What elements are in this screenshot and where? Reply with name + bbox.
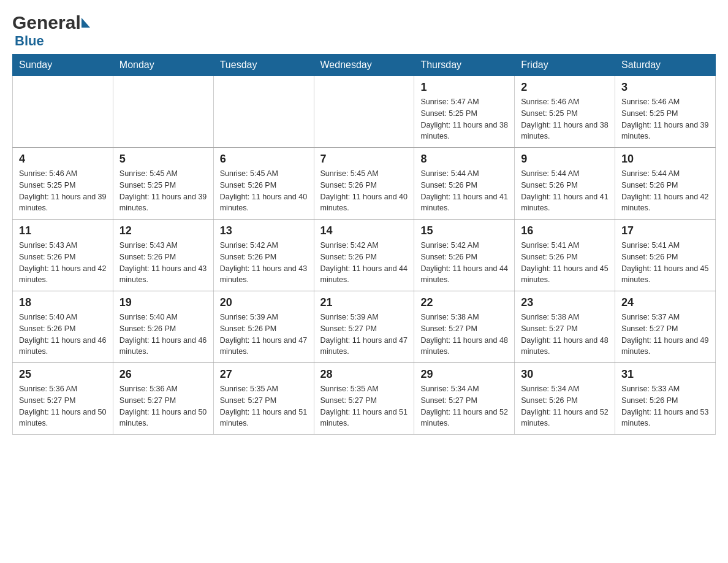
weekday-header-sunday: Sunday (13, 55, 113, 76)
logo-blue-text: Blue (12, 34, 44, 48)
calendar-cell: 9Sunrise: 5:44 AMSunset: 5:26 PMDaylight… (515, 148, 615, 220)
day-number: 27 (220, 368, 308, 381)
calendar-week-row: 4Sunrise: 5:46 AMSunset: 5:25 PMDaylight… (13, 148, 716, 220)
day-info: Sunrise: 5:34 AMSunset: 5:26 PMDaylight:… (521, 383, 609, 429)
calendar-cell: 26Sunrise: 5:36 AMSunset: 5:27 PMDayligh… (113, 363, 213, 435)
day-info: Sunrise: 5:44 AMSunset: 5:26 PMDaylight:… (420, 168, 508, 214)
day-info: Sunrise: 5:46 AMSunset: 5:25 PMDaylight:… (521, 96, 609, 142)
day-number: 10 (621, 153, 709, 166)
calendar-cell: 8Sunrise: 5:44 AMSunset: 5:26 PMDaylight… (414, 148, 515, 220)
calendar-cell: 4Sunrise: 5:46 AMSunset: 5:25 PMDaylight… (13, 148, 113, 220)
day-number: 23 (521, 296, 609, 309)
day-info: Sunrise: 5:47 AMSunset: 5:25 PMDaylight:… (420, 96, 508, 142)
day-info: Sunrise: 5:45 AMSunset: 5:26 PMDaylight:… (320, 168, 408, 214)
day-number: 12 (119, 224, 207, 237)
day-number: 1 (420, 81, 508, 94)
logo: General Blue (12, 12, 90, 48)
day-number: 4 (19, 153, 107, 166)
calendar-week-row: 25Sunrise: 5:36 AMSunset: 5:27 PMDayligh… (13, 363, 716, 435)
day-info: Sunrise: 5:43 AMSunset: 5:26 PMDaylight:… (119, 240, 207, 286)
day-number: 3 (621, 81, 709, 94)
day-info: Sunrise: 5:39 AMSunset: 5:26 PMDaylight:… (220, 312, 308, 358)
calendar-cell (314, 76, 414, 148)
day-info: Sunrise: 5:42 AMSunset: 5:26 PMDaylight:… (320, 240, 408, 286)
day-info: Sunrise: 5:45 AMSunset: 5:25 PMDaylight:… (119, 168, 207, 214)
day-info: Sunrise: 5:44 AMSunset: 5:26 PMDaylight:… (521, 168, 609, 214)
day-number: 21 (320, 296, 408, 309)
calendar-week-row: 11Sunrise: 5:43 AMSunset: 5:26 PMDayligh… (13, 220, 716, 291)
calendar-cell: 18Sunrise: 5:40 AMSunset: 5:26 PMDayligh… (13, 291, 113, 363)
day-number: 26 (119, 368, 207, 381)
day-info: Sunrise: 5:40 AMSunset: 5:26 PMDaylight:… (19, 312, 107, 358)
day-info: Sunrise: 5:46 AMSunset: 5:25 PMDaylight:… (19, 168, 107, 214)
day-info: Sunrise: 5:36 AMSunset: 5:27 PMDaylight:… (119, 383, 207, 429)
day-info: Sunrise: 5:44 AMSunset: 5:26 PMDaylight:… (621, 168, 709, 214)
day-number: 28 (320, 368, 408, 381)
day-number: 6 (220, 153, 308, 166)
day-number: 17 (621, 224, 709, 237)
calendar-cell (213, 76, 314, 148)
day-number: 25 (19, 368, 107, 381)
calendar-cell: 30Sunrise: 5:34 AMSunset: 5:26 PMDayligh… (515, 363, 615, 435)
calendar-cell: 3Sunrise: 5:46 AMSunset: 5:25 PMDaylight… (615, 76, 716, 148)
weekday-header-monday: Monday (113, 55, 213, 76)
weekday-header-wednesday: Wednesday (314, 55, 414, 76)
day-info: Sunrise: 5:39 AMSunset: 5:27 PMDaylight:… (320, 312, 408, 358)
day-number: 30 (521, 368, 609, 381)
day-info: Sunrise: 5:35 AMSunset: 5:27 PMDaylight:… (320, 383, 408, 429)
calendar-cell: 2Sunrise: 5:46 AMSunset: 5:25 PMDaylight… (515, 76, 615, 148)
day-info: Sunrise: 5:46 AMSunset: 5:25 PMDaylight:… (621, 96, 709, 142)
day-info: Sunrise: 5:41 AMSunset: 5:26 PMDaylight:… (621, 240, 709, 286)
calendar-cell: 21Sunrise: 5:39 AMSunset: 5:27 PMDayligh… (314, 291, 414, 363)
weekday-header-tuesday: Tuesday (213, 55, 314, 76)
day-number: 18 (19, 296, 107, 309)
day-info: Sunrise: 5:41 AMSunset: 5:26 PMDaylight:… (521, 240, 609, 286)
day-number: 8 (420, 153, 508, 166)
weekday-header-row: SundayMondayTuesdayWednesdayThursdayFrid… (13, 55, 716, 76)
weekday-header-friday: Friday (515, 55, 615, 76)
day-info: Sunrise: 5:42 AMSunset: 5:26 PMDaylight:… (220, 240, 308, 286)
calendar-cell: 16Sunrise: 5:41 AMSunset: 5:26 PMDayligh… (515, 220, 615, 291)
day-number: 16 (521, 224, 609, 237)
calendar-cell: 24Sunrise: 5:37 AMSunset: 5:27 PMDayligh… (615, 291, 716, 363)
day-info: Sunrise: 5:42 AMSunset: 5:26 PMDaylight:… (420, 240, 508, 286)
calendar-cell: 14Sunrise: 5:42 AMSunset: 5:26 PMDayligh… (314, 220, 414, 291)
calendar-cell: 31Sunrise: 5:33 AMSunset: 5:26 PMDayligh… (615, 363, 716, 435)
day-info: Sunrise: 5:40 AMSunset: 5:26 PMDaylight:… (119, 312, 207, 358)
calendar-cell: 25Sunrise: 5:36 AMSunset: 5:27 PMDayligh… (13, 363, 113, 435)
day-number: 19 (119, 296, 207, 309)
calendar-cell (113, 76, 213, 148)
calendar-cell: 7Sunrise: 5:45 AMSunset: 5:26 PMDaylight… (314, 148, 414, 220)
day-number: 24 (621, 296, 709, 309)
day-number: 29 (420, 368, 508, 381)
day-info: Sunrise: 5:33 AMSunset: 5:26 PMDaylight:… (621, 383, 709, 429)
calendar-cell: 22Sunrise: 5:38 AMSunset: 5:27 PMDayligh… (414, 291, 515, 363)
calendar-cell: 5Sunrise: 5:45 AMSunset: 5:25 PMDaylight… (113, 148, 213, 220)
day-number: 31 (621, 368, 709, 381)
calendar-cell: 28Sunrise: 5:35 AMSunset: 5:27 PMDayligh… (314, 363, 414, 435)
day-number: 9 (521, 153, 609, 166)
day-number: 5 (119, 153, 207, 166)
calendar-table: SundayMondayTuesdayWednesdayThursdayFrid… (12, 54, 716, 435)
day-number: 11 (19, 224, 107, 237)
calendar-cell: 15Sunrise: 5:42 AMSunset: 5:26 PMDayligh… (414, 220, 515, 291)
calendar-cell: 29Sunrise: 5:34 AMSunset: 5:27 PMDayligh… (414, 363, 515, 435)
calendar-cell: 23Sunrise: 5:38 AMSunset: 5:27 PMDayligh… (515, 291, 615, 363)
weekday-header-saturday: Saturday (615, 55, 716, 76)
weekday-header-thursday: Thursday (414, 55, 515, 76)
day-number: 20 (220, 296, 308, 309)
day-number: 13 (220, 224, 308, 237)
page-header: General Blue (12, 12, 716, 48)
calendar-cell: 1Sunrise: 5:47 AMSunset: 5:25 PMDaylight… (414, 76, 515, 148)
day-info: Sunrise: 5:38 AMSunset: 5:27 PMDaylight:… (521, 312, 609, 358)
day-number: 2 (521, 81, 609, 94)
calendar-cell: 13Sunrise: 5:42 AMSunset: 5:26 PMDayligh… (213, 220, 314, 291)
calendar-cell: 27Sunrise: 5:35 AMSunset: 5:27 PMDayligh… (213, 363, 314, 435)
day-number: 15 (420, 224, 508, 237)
calendar-week-row: 18Sunrise: 5:40 AMSunset: 5:26 PMDayligh… (13, 291, 716, 363)
logo-general-text: General (12, 12, 81, 33)
calendar-cell: 6Sunrise: 5:45 AMSunset: 5:26 PMDaylight… (213, 148, 314, 220)
calendar-week-row: 1Sunrise: 5:47 AMSunset: 5:25 PMDaylight… (13, 76, 716, 148)
day-info: Sunrise: 5:35 AMSunset: 5:27 PMDaylight:… (220, 383, 308, 429)
calendar-cell: 19Sunrise: 5:40 AMSunset: 5:26 PMDayligh… (113, 291, 213, 363)
